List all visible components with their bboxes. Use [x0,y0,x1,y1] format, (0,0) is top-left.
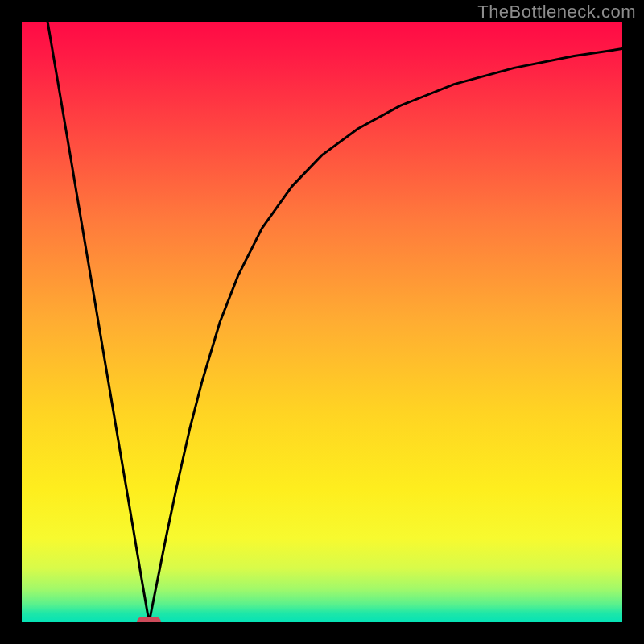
optimal-point-marker [137,617,161,622]
watermark-text: TheBottleneck.com [477,2,636,23]
bottleneck-curve [22,22,622,622]
plot-area [22,22,622,622]
chart-frame: TheBottleneck.com [0,0,644,644]
